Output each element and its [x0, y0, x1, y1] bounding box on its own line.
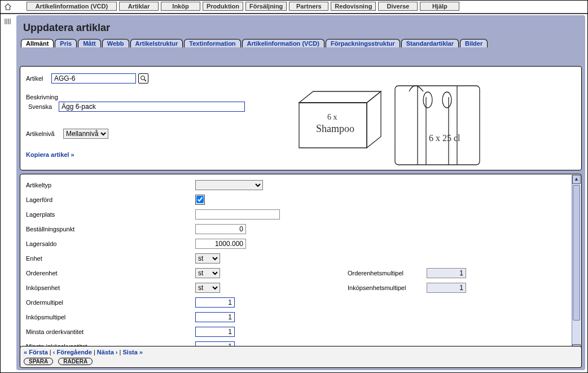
tab-row: Allmänt Pris Mått Webb Artikelstruktur T…	[21, 37, 585, 47]
tab-artikelstruktur[interactable]: Artikelstruktur	[130, 39, 183, 47]
artikel-input[interactable]	[51, 73, 136, 84]
menu-partners[interactable]: Partners	[289, 2, 328, 11]
menu-artiklar[interactable]: Artiklar	[119, 2, 159, 11]
orderenhet-select[interactable]: st	[195, 268, 220, 278]
inkopsenhet-select[interactable]: st	[195, 283, 220, 293]
orderenhet-label: Orderenhet	[26, 270, 195, 277]
record-nav-footer: « Första | ‹ Föregående | Nästa › | Sist…	[20, 346, 582, 368]
ordermultipel-input[interactable]	[195, 297, 235, 308]
bestallningspunkt-input[interactable]	[195, 224, 246, 234]
scroll-up-icon[interactable]: ▲	[572, 175, 581, 184]
artikeltyp-select[interactable]	[195, 180, 263, 190]
svg-text:6 x: 6 x	[327, 113, 337, 121]
content-panel: Artikel Beskrivning Svenska Artikelnivå	[20, 66, 582, 345]
orderenhetsmultipel-input[interactable]	[427, 268, 466, 278]
svg-marker-8	[367, 91, 381, 148]
menu-diverse[interactable]: Diverse	[378, 2, 418, 11]
orderenhetsmultipel-label: Orderenhetsmultipel	[348, 270, 427, 277]
tab-artikelinformation-vcd[interactable]: Artikelinformation (VCD)	[242, 39, 324, 47]
tab-standardartiklar[interactable]: Standardartiklar	[401, 39, 459, 47]
tab-forpackningsstruktur[interactable]: Förpackningsstruktur	[326, 39, 400, 47]
svg-text:6 x 25 cl: 6 x 25 cl	[429, 133, 460, 143]
page-title: Uppdatera artiklar	[16, 15, 585, 37]
menu-artikelinformation-vcd[interactable]: Artikelinformation (VCD)	[27, 2, 117, 11]
menu-hjalp[interactable]: Hjälp	[420, 2, 459, 11]
ordermultipel-label: Ordermultipel	[26, 299, 195, 306]
work-area: Uppdatera artiklar Allmänt Pris Mått Web…	[16, 15, 585, 370]
nav-last[interactable]: Sista »	[123, 349, 143, 356]
artikeltyp-label: Artikeltyp	[26, 182, 195, 188]
inkopsenhetsmultipel-input[interactable]	[427, 283, 466, 293]
inkopsmultipel-input[interactable]	[195, 312, 235, 322]
lagerplats-label: Lagerplats	[26, 211, 195, 218]
svenska-input[interactable]	[59, 102, 245, 112]
tab-allmant[interactable]: Allmänt	[21, 39, 54, 47]
artikelniva-select[interactable]: Mellannivå	[63, 129, 108, 139]
nav-prev[interactable]: ‹ Föregående	[53, 349, 92, 356]
svg-point-15	[423, 92, 432, 108]
home-icon[interactable]	[4, 3, 12, 11]
top-menu-bar: Artikelinformation (VCD) Artiklar Inköp …	[1, 1, 587, 13]
inkopsmultipel-label: Inköpsmultipel	[26, 314, 195, 321]
tab-matt[interactable]: Mått	[78, 39, 101, 47]
save-button[interactable]: SPARA	[24, 358, 53, 365]
svenska-label: Svenska	[26, 103, 59, 110]
svg-rect-12	[395, 86, 480, 165]
enhet-select[interactable]: st	[195, 253, 220, 264]
scroll-thumb[interactable]	[573, 185, 580, 321]
header-panel: Artikel Beskrivning Svenska Artikelnivå	[20, 66, 582, 170]
artikelniva-label: Artikelnivå	[26, 130, 63, 137]
tab-pris[interactable]: Pris	[55, 39, 77, 47]
lagersaldo-input[interactable]	[195, 239, 246, 249]
artikel-search-icon[interactable]	[138, 73, 148, 84]
inkopsenhet-label: Inköpsenhet	[26, 284, 195, 291]
tab-textinformation[interactable]: Textinformation	[184, 39, 240, 47]
svg-point-4	[141, 76, 145, 80]
enhet-label: Enhet	[26, 255, 195, 262]
svg-point-16	[442, 92, 451, 108]
lagersaldo-label: Lagersaldo	[26, 240, 195, 247]
lagerford-label: Lagerförd	[26, 196, 195, 203]
tab-bilder[interactable]: Bilder	[460, 39, 488, 47]
lagerford-checkbox[interactable]	[196, 196, 204, 203]
gutter-grid-icon[interactable]	[4, 17, 12, 25]
fields-panel: Artikeltyp Lagerförd Lagerplats Beställn…	[20, 174, 582, 354]
nav-first[interactable]: « Första	[24, 349, 48, 356]
svg-line-5	[144, 80, 146, 81]
delete-button[interactable]: RADERA	[58, 358, 93, 365]
nav-next[interactable]: Nästa ›	[97, 349, 118, 356]
inkopsenhetsmultipel-label: Inköpsenhetsmultipel	[348, 284, 427, 291]
minsta-orderkvantitet-input[interactable]	[195, 327, 235, 337]
left-gutter	[1, 13, 14, 372]
menu-redovisning[interactable]: Redovisning	[331, 2, 376, 11]
artikel-label: Artikel	[26, 75, 51, 82]
tab-webb[interactable]: Webb	[102, 39, 129, 47]
bestallningspunkt-label: Beställningspunkt	[26, 226, 195, 232]
packaging-illustration: 6 x Shampoo 6 x 25 cl	[282, 69, 508, 170]
lagerplats-input[interactable]	[195, 209, 280, 220]
vertical-scrollbar[interactable]: ▲ ▼	[572, 175, 581, 353]
menu-produktion[interactable]: Produktion	[203, 2, 243, 11]
kopiera-artikel-link[interactable]: Kopiera artikel »	[26, 151, 74, 158]
menu-forsaljning[interactable]: Försäljning	[245, 2, 287, 11]
menu-inkop[interactable]: Inköp	[161, 2, 200, 11]
svg-text:Shampoo: Shampoo	[316, 123, 354, 134]
minsta-orderkvantitet-label: Minsta orderkvantitet	[26, 328, 195, 335]
